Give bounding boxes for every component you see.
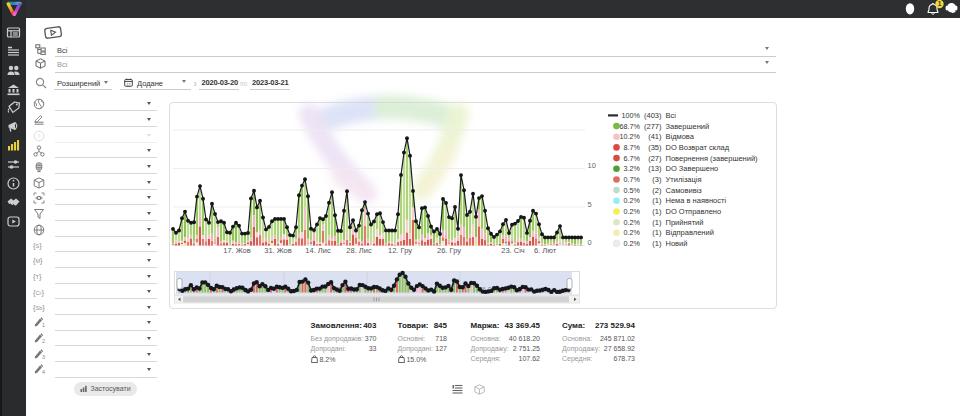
svg-text:0.7%: 0.7% bbox=[624, 175, 641, 184]
svg-text:Нема в наявності: Нема в наявності bbox=[666, 196, 727, 205]
svg-text:DO Отправлено: DO Отправлено bbox=[666, 207, 722, 216]
svg-text:Новий: Новий bbox=[666, 239, 688, 248]
svg-text:(35): (35) bbox=[648, 143, 662, 152]
svg-text:3.2%: 3.2% bbox=[624, 164, 641, 173]
svg-text:10.2%: 10.2% bbox=[620, 132, 641, 141]
svg-text:Прийнятий: Прийнятий bbox=[666, 218, 704, 227]
svg-text:Утилізація: Утилізація bbox=[666, 175, 702, 184]
svg-text:6.7%: 6.7% bbox=[624, 154, 641, 163]
svg-text:0.5%: 0.5% bbox=[624, 186, 641, 195]
svg-text:Всі: Всі bbox=[666, 111, 677, 120]
svg-text:0.2%: 0.2% bbox=[624, 196, 641, 205]
svg-text:(3): (3) bbox=[652, 175, 662, 184]
svg-text:8.7%: 8.7% bbox=[624, 143, 641, 152]
svg-text:0.2%: 0.2% bbox=[624, 207, 641, 216]
svg-text:(277): (277) bbox=[644, 122, 662, 131]
svg-text:(403): (403) bbox=[644, 111, 662, 120]
svg-text:(1): (1) bbox=[652, 196, 662, 205]
svg-text:0.2%: 0.2% bbox=[624, 239, 641, 248]
svg-text:0.2%: 0.2% bbox=[624, 218, 641, 227]
svg-text:Відмова: Відмова bbox=[666, 132, 695, 141]
svg-text:Відправлений: Відправлений bbox=[666, 228, 714, 237]
svg-text:(13): (13) bbox=[648, 164, 662, 173]
svg-text:(41): (41) bbox=[648, 132, 662, 141]
svg-text:(1): (1) bbox=[652, 207, 662, 216]
svg-text:DO Возврат склад: DO Возврат склад bbox=[666, 143, 730, 152]
svg-text:(2): (2) bbox=[652, 186, 662, 195]
svg-text:Повернення (завершений): Повернення (завершений) bbox=[666, 154, 759, 163]
svg-text:(1): (1) bbox=[652, 218, 662, 227]
svg-text:Самовивіз: Самовивіз bbox=[666, 186, 703, 195]
svg-text:0.2%: 0.2% bbox=[624, 228, 641, 237]
svg-text:(1): (1) bbox=[652, 239, 662, 248]
svg-text:100%: 100% bbox=[622, 111, 641, 120]
svg-text:(1): (1) bbox=[652, 228, 662, 237]
svg-text:Завершений: Завершений bbox=[666, 122, 710, 131]
svg-text:(27): (27) bbox=[648, 154, 662, 163]
svg-text:DO Завершено: DO Завершено bbox=[666, 164, 719, 173]
svg-text:68.7%: 68.7% bbox=[620, 122, 641, 131]
